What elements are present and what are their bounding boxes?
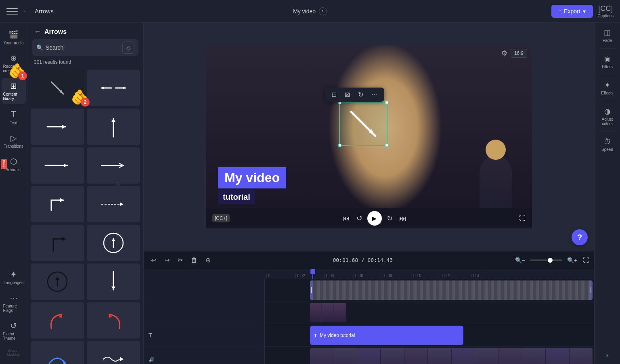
captions-button[interactable]: [CC] Captions [598,4,614,18]
panel-collapse-handle[interactable]: ‹ [115,174,120,190]
hamburger-menu[interactable] [6,6,18,17]
record-icon: ⊕ [10,53,17,63]
panel-header: ← Arrows [27,23,143,39]
sidebar-item-brand-kit[interactable]: ⬡ Brand kit Brand [2,153,26,175]
arrow-item-12[interactable]: Add to timeline [87,264,140,300]
context-rotate-button[interactable]: ↻ [356,90,365,99]
handle-top-right[interactable] [385,101,388,104]
help-button[interactable]: ? [572,229,588,245]
sidebar-item-content-library[interactable]: ⊞ Content library [2,78,26,104]
context-crop-button[interactable]: ⊠ [343,90,352,99]
video-overlay-text: My video tutorial [218,167,286,204]
arrow-item-13[interactable]: Add to timeline [31,302,84,339]
ruler-mark-6: 0:12 [441,274,470,278]
sidebar-item-record-create[interactable]: ⊕ Record & create [2,50,26,76]
right-tool-effects[interactable]: ✦ Effects [596,78,619,98]
arrow-item-9[interactable]: Add to timeline [31,225,84,261]
zoom-in-button[interactable]: 🔍+ [565,255,580,265]
right-tool-adjust-colors[interactable]: ◑ Adjust colors [596,105,619,128]
right-tool-speed[interactable]: ⏱ Speed [596,135,619,154]
skip-back-button[interactable]: ⏮ [341,213,352,224]
arrow-item-14[interactable]: Add to timeline [87,302,140,339]
handle-bottom-right[interactable] [385,144,388,147]
video-thumb-clip[interactable] [310,303,346,322]
undo-button[interactable]: ↩ [149,255,159,266]
arrow-item-15[interactable]: Add to timeline [31,341,84,364]
arrow-item-1[interactable]: Add to timeline ⋯ [31,70,84,106]
transitions-icon: ▷ [10,133,17,143]
back-button[interactable]: ← [23,7,30,15]
premium-button[interactable]: ◇ [122,42,134,54]
track-label-arrows [144,279,265,301]
text-clip[interactable]: T My video tutorial [310,326,463,345]
arrow-item-11[interactable]: Add to timeline [31,264,84,300]
track-content-arrows: | | [265,279,594,301]
sidebar-item-languages[interactable]: ✦ Languages [2,266,26,288]
topbar: ← Arrows My video ↻ ↑ Export ▾ [CC] Capt… [0,0,620,23]
arrow-item-8[interactable]: Add to timeline [87,186,140,222]
center-area: ⊡ ⊠ ↻ ⋯ My video tutorial [144,23,594,364]
zoom-controls: 🔍− 🔍+ [513,255,580,265]
arrow-item-7[interactable]: Add to timeline [31,186,84,222]
timeline-expand-button[interactable]: ⛶ [583,257,589,264]
cc-button[interactable]: [CC+] [212,214,230,222]
clip-handle-left[interactable]: | [310,280,313,300]
svg-marker-13 [60,198,63,202]
sidebar-item-fluent-theme[interactable]: ↺ Fluent Theme [2,318,26,344]
arrow-item-10[interactable]: Add to timeline [87,225,140,261]
mute-icon[interactable]: 🔊 [149,357,155,362]
arrow-item-2[interactable]: Add to timeline [87,70,140,106]
save-frame-button[interactable]: ⊕ [203,255,213,266]
right-panel-collapse[interactable]: › [596,349,619,361]
export-button[interactable]: ↑ Export ▾ [551,5,593,18]
selected-arrow-element[interactable] [339,102,388,146]
play-button[interactable]: ▶ [367,211,382,226]
arrow-clip[interactable]: | | [310,280,593,300]
arrow-item-16[interactable]: Add to timeline [87,341,140,364]
sidebar-item-your-media[interactable]: 🎬 Your media [2,27,26,48]
timeline-toolbar: ↩ ↪ ✂ 🗑 ⊕ 00:01.68 / 00:14.43 🔍− 🔍+ ⛶ [144,251,594,269]
preview-settings-button[interactable]: ⚙ [501,49,507,58]
track-label-thumb [144,301,265,324]
divider-2 [599,75,616,75]
arrow-item-5[interactable]: Add to timeline [31,147,84,184]
adjust-colors-icon: ◑ [604,107,611,116]
right-tool-fade[interactable]: ◫ Fade [596,26,619,45]
arrow-item-3[interactable]: Add to timeline [31,109,84,145]
right-tool-filters[interactable]: ◉ Filters [596,52,619,71]
sidebar-item-feature-flags[interactable]: ⋯ Feature Flags [2,290,26,316]
cut-button[interactable]: ✂ [175,255,185,266]
handle-bottom-left[interactable] [338,144,341,147]
arrow-item-4[interactable]: Add to timeline [87,109,140,145]
main-video-clip[interactable] [310,348,593,364]
upload-icon: ↑ [559,8,561,15]
ruler-mark-0: 0 [266,274,295,278]
context-resize-button[interactable]: ⊡ [330,90,338,99]
cc-icon: [CC] [598,4,613,13]
zoom-out-button[interactable]: 🔍− [513,255,528,265]
svg-marker-9 [111,119,115,122]
sidebar-item-transitions[interactable]: ▷ Transitions [2,130,26,152]
playhead[interactable] [312,269,313,279]
panel-back-button[interactable]: ← [34,27,41,36]
clip-handle-right[interactable]: | [589,280,593,300]
divider-4 [599,132,616,132]
avatar-head [486,140,506,160]
ruler-mark-3: 0:06 [354,274,383,278]
divider-3 [599,101,616,101]
redo-button[interactable]: ↪ [162,255,172,266]
search-input[interactable] [46,44,120,51]
delete-button[interactable]: 🗑 [189,255,200,266]
context-more-button[interactable]: ⋯ [370,90,379,99]
skip-forward-button[interactable]: ⏭ [398,213,408,224]
preview-topbar: ⚙ 16:9 [206,45,532,61]
fast-forward-button[interactable]: ↻ [385,212,394,224]
fluent-theme-icon: ↺ [10,321,17,331]
zoom-slider[interactable] [530,259,562,261]
zoom-thumb [548,258,553,263]
svg-marker-3 [101,86,104,90]
rewind-button[interactable]: ↺ [355,212,364,224]
arrow-item-6[interactable]: Add to timeline [87,147,140,184]
sidebar-item-text[interactable]: T Text [2,106,26,128]
fullscreen-button[interactable]: ⛶ [519,215,526,222]
